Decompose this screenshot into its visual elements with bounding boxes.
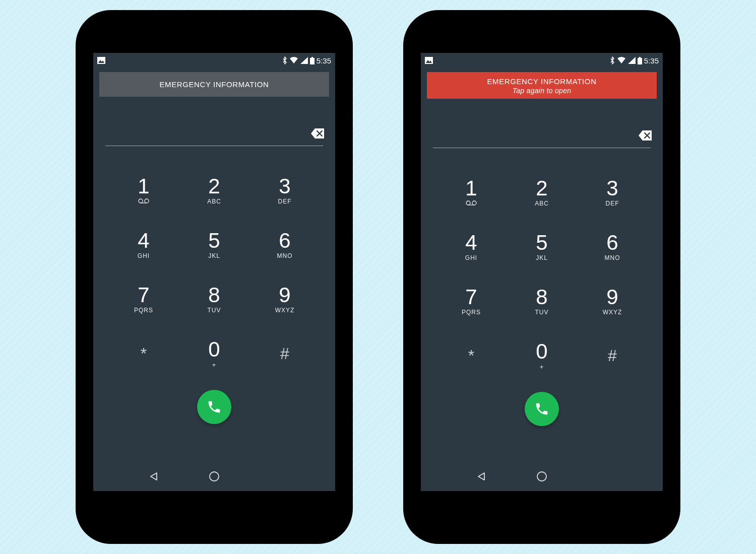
key-7[interactable]: 7PQRS bbox=[118, 285, 169, 314]
svg-point-6 bbox=[145, 199, 149, 203]
phone-mockup-right: 5:35 EMERGENCY INFORMATION Tap again to … bbox=[403, 10, 680, 544]
svg-point-5 bbox=[139, 199, 143, 203]
dialpad: 1 2ABC 3DEF 4GHI 5JKL 6MNO 7PQRS 8TUV 9W… bbox=[93, 163, 335, 381]
status-time: 5:35 bbox=[317, 56, 331, 65]
key-7[interactable]: 7PQRS bbox=[446, 287, 496, 316]
svg-point-15 bbox=[466, 201, 470, 205]
key-1[interactable]: 1 bbox=[446, 178, 496, 207]
key-6[interactable]: 6MNO bbox=[587, 232, 638, 261]
svg-rect-3 bbox=[310, 58, 314, 64]
nav-back-button[interactable] bbox=[149, 471, 159, 483]
screenshot-icon bbox=[425, 57, 433, 64]
nav-bar bbox=[421, 464, 663, 491]
status-bar: 5:35 bbox=[93, 53, 335, 68]
key-4[interactable]: 4GHI bbox=[446, 232, 496, 261]
svg-point-9 bbox=[210, 472, 219, 481]
key-hash[interactable]: # bbox=[587, 348, 638, 364]
nav-bar bbox=[93, 464, 335, 491]
key-9[interactable]: 9WXYZ bbox=[587, 287, 638, 316]
battery-icon bbox=[638, 57, 642, 64]
call-button[interactable] bbox=[197, 390, 231, 424]
emergency-info-banner[interactable]: EMERGENCY INFORMATION Tap again to open bbox=[427, 72, 657, 99]
nav-home-button[interactable] bbox=[209, 471, 220, 484]
svg-rect-4 bbox=[311, 57, 313, 58]
screen: 5:35 EMERGENCY INFORMATION 1 2ABC 3DEF 4… bbox=[93, 53, 335, 491]
voicemail-icon bbox=[138, 198, 149, 203]
svg-point-16 bbox=[472, 201, 476, 205]
screenshot-icon bbox=[97, 57, 105, 64]
key-6[interactable]: 6MNO bbox=[260, 230, 310, 259]
cell-signal-icon bbox=[628, 57, 636, 64]
key-2[interactable]: 2ABC bbox=[189, 176, 239, 205]
key-9[interactable]: 9WXYZ bbox=[260, 285, 310, 314]
battery-icon bbox=[310, 57, 314, 64]
nav-home-button[interactable] bbox=[536, 471, 547, 484]
dialpad: 1 2ABC 3DEF 4GHI 5JKL 6MNO 7PQRS 8TUV 9W… bbox=[421, 165, 663, 383]
wifi-icon bbox=[289, 57, 298, 64]
key-8[interactable]: 8TUV bbox=[517, 287, 567, 316]
phone-icon bbox=[534, 401, 549, 417]
screen: 5:35 EMERGENCY INFORMATION Tap again to … bbox=[421, 53, 663, 491]
key-4[interactable]: 4GHI bbox=[118, 230, 169, 259]
emergency-info-label: EMERGENCY INFORMATION bbox=[99, 80, 329, 89]
key-star[interactable]: * bbox=[446, 348, 496, 364]
phone-mockup-left: 5:35 EMERGENCY INFORMATION 1 2ABC 3DEF 4… bbox=[76, 10, 353, 544]
dial-input[interactable] bbox=[105, 122, 323, 146]
emergency-info-banner[interactable]: EMERGENCY INFORMATION bbox=[99, 72, 329, 97]
voicemail-icon bbox=[466, 200, 477, 205]
backspace-button[interactable] bbox=[639, 130, 652, 143]
key-0[interactable]: 0+ bbox=[189, 339, 239, 369]
cell-signal-icon bbox=[300, 57, 308, 64]
bluetooth-icon bbox=[610, 56, 615, 64]
svg-rect-13 bbox=[638, 58, 642, 64]
emergency-info-label: EMERGENCY INFORMATION bbox=[427, 77, 657, 86]
emergency-info-subtitle: Tap again to open bbox=[427, 87, 657, 95]
key-0[interactable]: 0+ bbox=[517, 341, 567, 371]
wifi-icon bbox=[617, 57, 626, 64]
svg-rect-14 bbox=[639, 57, 641, 58]
key-2[interactable]: 2ABC bbox=[517, 178, 567, 207]
backspace-button[interactable] bbox=[311, 128, 324, 141]
svg-marker-8 bbox=[151, 473, 157, 480]
key-hash[interactable]: # bbox=[260, 345, 310, 362]
svg-marker-2 bbox=[300, 57, 308, 64]
svg-point-19 bbox=[537, 472, 546, 481]
phone-icon bbox=[207, 399, 222, 414]
status-time: 5:35 bbox=[644, 56, 659, 65]
nav-back-button[interactable] bbox=[476, 471, 486, 483]
svg-marker-12 bbox=[628, 57, 636, 64]
svg-marker-18 bbox=[478, 473, 484, 480]
key-5[interactable]: 5JKL bbox=[517, 232, 567, 261]
key-1[interactable]: 1 bbox=[118, 176, 169, 205]
key-3[interactable]: 3DEF bbox=[587, 178, 638, 207]
key-5[interactable]: 5JKL bbox=[189, 230, 239, 259]
key-8[interactable]: 8TUV bbox=[189, 285, 239, 314]
dial-input[interactable] bbox=[433, 124, 651, 148]
status-bar: 5:35 bbox=[421, 53, 663, 68]
call-button[interactable] bbox=[525, 392, 559, 426]
key-3[interactable]: 3DEF bbox=[260, 176, 310, 205]
bluetooth-icon bbox=[282, 56, 287, 64]
key-star[interactable]: * bbox=[118, 345, 169, 362]
